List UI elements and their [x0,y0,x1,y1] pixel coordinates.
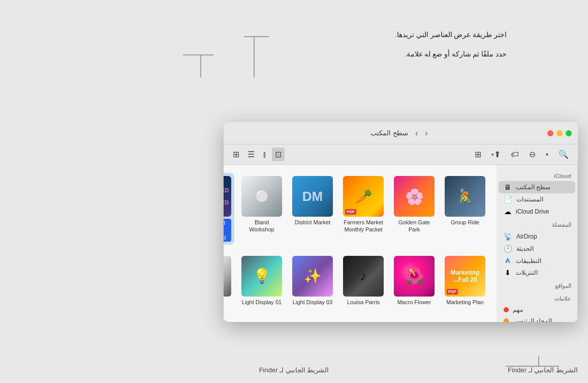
file-label-light-and-shadow: Light and Shadow [224,299,231,313]
search-button[interactable]: 🔍 [555,148,572,161]
sidebar-footer-annotation: الشريط الجانبي لـ Finder [508,366,578,374]
file-label-light-display-03: Light Display 03 [293,299,332,306]
thumb-overlay: ✨ [292,256,333,297]
traffic-lights [547,130,572,136]
sidebar-item-important[interactable]: مهم [499,304,575,315]
toolbar: 🔍 ▾ ⊖ 🏷 ⬆ ▾ ⊞ ⊡ ⫿ [224,144,578,165]
file-grid: 🚴 Group Ride 🌸 Golden Gate Park 🥕 PDF Fa… [224,165,497,322]
sidebar-item-recent-label: الحديثة [516,245,534,252]
list-view-icon: ☰ [247,150,255,159]
sidebar-item-apps[interactable]: التطبيقات A [499,255,575,267]
favorites-section-title: المفضلة [497,218,577,230]
file-item-augmented[interactable]: AUGMENTED SPICE REIMAGINED Augmented Spa… [224,173,234,245]
file-item-farmers-market[interactable]: 🥕 PDF Farmers Market Monthly Packet [340,173,387,245]
icloud-section-title: iCloud [497,169,577,181]
airdrop-icon: 📡 [504,232,512,241]
file-label-louisa-parris: Louisa Parris [347,299,380,306]
close-button[interactable] [547,130,553,136]
file-item-bland-workshop[interactable]: ⚪ Bland Workshop [238,173,285,245]
file-label-golden-gate: Golden Gate Park [394,219,435,233]
column-view-button[interactable]: ⫿ [260,148,270,161]
annotation-line1: اختر طريقة عرض العناصر التي تريدها. [395,31,507,39]
file-item-district-market[interactable]: DM District Market [289,173,336,245]
file-thumb-group-ride: 🚴 [445,176,485,217]
sidebar-item-icloud-drive[interactable]: iCloud Drive ☁ [499,205,575,218]
sidebar-item-downloads[interactable]: التنزيلات ⬇ [499,267,575,279]
file-item-group-ride[interactable]: 🚴 Group Ride [442,173,488,245]
title-bar: ‹ › سطح المكتب [224,122,578,144]
gallery-view-icon: ⊞ [233,150,239,159]
file-item-light-display-03[interactable]: ✨ Light Display 03 [289,253,336,316]
recent-icon: 🕐 [504,245,512,253]
file-item-golden-gate[interactable]: 🌸 Golden Gate Park [391,173,438,245]
file-thumb-macro: 🌺 [394,256,435,297]
tag-dropdown-button[interactable]: ▾ [543,150,551,159]
file-label-augmented: Augmented Space Reimagined [224,219,231,242]
finder-sidebar-annotation: الشريط الجانبي لـ Finder [259,366,329,374]
list-view-button[interactable]: ☰ [244,148,258,161]
sidebar-item-airdrop[interactable]: AirDrop 📡 [499,230,575,243]
sidebar-item-desktop[interactable]: سطح المكتب 🖥 [499,181,575,193]
sidebar: iCloud سطح المكتب 🖥 المستندات 📄 iCloud D… [497,165,578,322]
file-item-light-display-01[interactable]: 💡 Light Display 01 [238,253,285,316]
nav-forward-button[interactable]: › [412,128,421,139]
file-thumb-light03: ✨ [292,256,333,297]
maximize-button[interactable] [566,130,572,136]
remove-tag-button[interactable]: ⊖ [526,148,539,161]
file-thumb-light01: 💡 [241,256,282,297]
file-item-louisa-parris[interactable]: ♪ Louisa Parris [340,253,387,316]
locations-section-title: المواقع [497,279,577,291]
pdf-badge: PDF [447,289,458,294]
tag-icon: 🏷 [511,150,519,159]
content-area: iCloud سطح المكتب 🖥 المستندات 📄 iCloud D… [224,165,578,322]
file-label-macro-flower: Macro Flower [397,299,431,306]
column-view-icon: ⫿ [263,150,267,159]
thumb-overlay: 🚴 [445,176,485,217]
sidebar-item-airdrop-label: AirDrop [516,233,537,240]
icon-view-button[interactable]: ⊡ [272,148,285,161]
file-label-farmers-market: Farmers Market Monthly Packet [343,219,384,233]
apps-icon: A [504,257,512,264]
finder-window: ‹ › سطح المكتب 🔍 ▾ ⊖ 🏷 [224,122,578,322]
sidebar-item-documents[interactable]: المستندات 📄 [499,193,575,205]
file-thumb-bland: ⚪ [241,176,282,217]
share-icon: ⬆ [494,150,501,159]
sidebar-item-desktop-label: سطح المكتب [516,184,550,191]
chevron-down-icon: ▾ [546,152,548,157]
downloads-icon: ⬇ [504,269,512,277]
file-item-light-and-shadow[interactable]: 🌓 Light and Shadow [224,253,234,316]
sidebar-item-downloads-label: التنزيلات [516,269,538,276]
nav-back-button[interactable]: ‹ [422,128,430,139]
file-label-group-ride: Group Ride [451,219,479,226]
thumb-overlay: 🌓 [224,256,231,297]
file-label-marketing-plan: Marketing Plan [446,299,483,306]
thumb-overlay: ♪ [343,256,384,297]
file-thumb-marketing: Marketing Fall 20... PDF [445,256,485,297]
thumb-overlay: 🌺 [394,256,435,297]
file-item-marketing-plan[interactable]: Marketing Fall 20... PDF Marketing Plan [442,253,488,316]
file-thumb-district: DM [292,176,333,217]
window-title: سطح المكتب [370,129,408,137]
sidebar-item-icloud-label: iCloud Drive [516,208,549,215]
sidebar-item-main-folder[interactable]: المجلد الرئيسي [499,315,575,322]
thumb-overlay: ⚪ [241,176,282,217]
file-item-macro-flower[interactable]: 🌺 Macro Flower [391,253,438,316]
gallery-view-button[interactable]: ⊞ [230,148,242,161]
file-thumb-louisa: ♪ [343,256,384,297]
grid-button[interactable]: ⊞ [472,148,484,161]
share-button[interactable]: ⬆ ▾ [488,148,504,161]
sidebar-item-main-folder-label: المجلد الرئيسي [513,317,552,322]
sidebar-item-recent[interactable]: الحديثة 🕐 [499,243,575,255]
file-label-light-display-01: Light Display 01 [242,299,282,306]
share-chevron: ▾ [491,152,494,157]
tag-button[interactable]: 🏷 [508,148,522,161]
sidebar-item-documents-label: المستندات [516,196,543,203]
tags-section-title: علامات [497,291,577,304]
minus-circle-icon: ⊖ [529,150,536,159]
thumb-overlay: 🌸 [394,176,435,217]
grid-icon: ⊞ [475,150,481,159]
thumb-overlay: AUGMENTED SPICE REIMAGINED [224,176,231,217]
minimize-button[interactable] [556,130,563,136]
main-folder-tag-dot [504,318,509,322]
file-thumb-augmented: AUGMENTED SPICE REIMAGINED [224,176,231,217]
